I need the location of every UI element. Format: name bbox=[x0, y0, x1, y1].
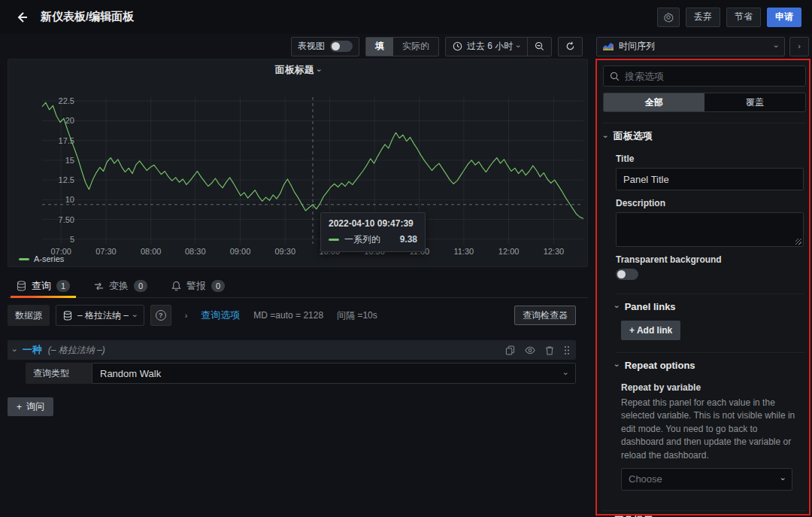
repeat-variable-select[interactable]: Choose › bbox=[621, 468, 792, 491]
tab-query-label: 查询 bbox=[32, 279, 51, 293]
chevron-right-icon: › bbox=[185, 312, 188, 320]
interval-stat: 间隔 =10s bbox=[337, 309, 377, 322]
repeat-options-header[interactable]: › Repeat options bbox=[616, 352, 804, 378]
query-type-label: 查询类型 bbox=[26, 363, 92, 384]
chevron-down-icon: › bbox=[780, 478, 788, 481]
table-view-toggle-group: 表视图 bbox=[291, 37, 359, 56]
tab-query[interactable]: 查询 1 bbox=[8, 275, 79, 297]
copy-icon bbox=[505, 345, 515, 355]
gear-icon bbox=[663, 12, 674, 23]
tab-overrides[interactable]: 覆盖 bbox=[704, 93, 805, 111]
drag-query-handle[interactable] bbox=[564, 345, 570, 355]
save-button[interactable]: 节省 bbox=[726, 8, 761, 27]
header-actions: 丢弃 节省 申请 bbox=[657, 8, 801, 27]
search-icon bbox=[610, 71, 620, 81]
pane-size-segmented: 填 实际的 bbox=[365, 37, 439, 56]
add-link-button[interactable]: + Add link bbox=[621, 321, 680, 340]
edit-toolbar: 表视图 填 实际的 过去 6 小时 › bbox=[0, 34, 812, 59]
chevron-down-icon: › bbox=[11, 348, 19, 351]
tab-alert[interactable]: 警报 0 bbox=[162, 275, 234, 297]
query-count-badge: 1 bbox=[56, 280, 70, 292]
apply-button[interactable]: 申请 bbox=[767, 8, 801, 27]
panel-links-header-label: Panel links bbox=[625, 301, 676, 312]
panel-settings-button[interactable] bbox=[657, 8, 680, 27]
eye-icon bbox=[525, 346, 535, 354]
query-inspector-button[interactable]: 查询检查器 bbox=[514, 306, 576, 325]
query-type-select[interactable]: Random Walk › bbox=[92, 363, 576, 384]
panel-links-header[interactable]: › Panel links bbox=[616, 293, 804, 319]
tab-all[interactable]: 全部 bbox=[604, 93, 704, 111]
section-panel-options: › 面板选项 Title Description Transparent bac… bbox=[603, 123, 806, 491]
transparent-background-label: Transparent background bbox=[616, 254, 804, 265]
repeat-options-header-label: Repeat options bbox=[625, 360, 695, 371]
section-tooltip[interactable]: › 工具提示 bbox=[603, 510, 806, 517]
x-tick-label: 11:30 bbox=[450, 247, 477, 256]
options-search-input[interactable] bbox=[625, 71, 799, 82]
tab-alert-label: 警报 bbox=[186, 279, 206, 293]
datasource-help-button[interactable]: ? bbox=[150, 305, 171, 326]
chart-tooltip: 2022-04-10 09:47:39 一系列的 9.38 bbox=[320, 212, 426, 252]
fill-segment[interactable]: 填 bbox=[366, 38, 393, 56]
tooltip-series-name: 一系列的 bbox=[344, 233, 380, 246]
tab-transform[interactable]: 变换 0 bbox=[85, 275, 156, 297]
discard-button[interactable]: 丢弃 bbox=[686, 8, 720, 27]
panel-title-input[interactable] bbox=[616, 168, 804, 190]
back-button[interactable] bbox=[11, 6, 33, 29]
x-tick-label: 12:30 bbox=[540, 247, 567, 256]
datasource-select[interactable]: – 格拉法纳 – › bbox=[56, 305, 144, 326]
refresh-button[interactable] bbox=[559, 38, 582, 56]
query-ref-datasource: (– 格拉法纳 –) bbox=[48, 344, 105, 357]
x-tick-label: 08:30 bbox=[182, 247, 209, 256]
clock-icon bbox=[453, 41, 462, 51]
panel-options-pane: 全部 覆盖 › 面板选项 Title Description Transpare… bbox=[596, 59, 812, 517]
chevron-down-icon: › bbox=[131, 314, 139, 317]
panel-title-menu[interactable]: 面板标题 › bbox=[8, 59, 587, 81]
choose-placeholder: Choose bbox=[629, 473, 662, 485]
x-tick-label: 12:00 bbox=[495, 247, 523, 256]
x-tick-label: 09:00 bbox=[227, 247, 254, 256]
chart-legend[interactable]: A-series bbox=[19, 254, 64, 263]
viz-picker-select[interactable]: 时间序列 › bbox=[596, 37, 785, 56]
zoom-out-button[interactable] bbox=[527, 38, 551, 56]
top-header: 新仪表板/编辑面板 丢弃 节省 申请 bbox=[0, 0, 812, 34]
database-icon bbox=[63, 311, 72, 321]
description-textarea[interactable] bbox=[616, 212, 804, 247]
timeseries-chart-icon bbox=[603, 42, 614, 50]
x-tick-label: 09:30 bbox=[271, 247, 298, 256]
chevron-down-icon: › bbox=[601, 135, 610, 138]
table-view-toggle[interactable] bbox=[330, 41, 353, 52]
transform-count-badge: 0 bbox=[134, 280, 147, 292]
hide-query-button[interactable] bbox=[525, 346, 535, 354]
transparent-background-toggle[interactable] bbox=[616, 269, 638, 280]
plus-icon: + bbox=[17, 402, 22, 412]
query-options-link[interactable]: 查询选项 bbox=[201, 309, 240, 322]
query-row-header[interactable]: › 一种 (– 格拉法纳 –) bbox=[8, 340, 576, 360]
remove-query-button[interactable] bbox=[545, 345, 554, 355]
chevron-down-icon: › bbox=[613, 306, 621, 309]
chevron-down-icon: › bbox=[315, 68, 323, 71]
chevron-right-icon: › bbox=[798, 42, 801, 50]
panel-options-header[interactable]: › 面板选项 bbox=[604, 123, 804, 149]
time-range-button[interactable]: 过去 6 小时 › bbox=[446, 38, 527, 56]
add-query-label: 询问 bbox=[26, 400, 44, 413]
x-tick-label: 08:00 bbox=[138, 247, 165, 256]
datasource-value: – 格拉法纳 – bbox=[77, 309, 129, 322]
question-circle-icon: ? bbox=[156, 310, 166, 321]
transform-icon bbox=[94, 281, 104, 291]
time-series-plot[interactable] bbox=[42, 97, 583, 244]
options-search[interactable] bbox=[603, 65, 806, 87]
query-options-group: › 查询选项 MD =auto = 2128 间隔 =10s bbox=[185, 309, 377, 322]
chevron-down-icon: › bbox=[613, 364, 621, 367]
repeat-by-variable-label: Repeat by variable bbox=[621, 382, 804, 393]
collapse-options-pane-button[interactable]: › bbox=[789, 37, 809, 56]
description-field-label: Description bbox=[616, 198, 804, 208]
add-query-button[interactable]: + 询问 bbox=[8, 397, 53, 416]
query-type-value: Random Walk bbox=[100, 368, 161, 379]
actual-segment[interactable]: 实际的 bbox=[393, 38, 438, 56]
duplicate-query-button[interactable] bbox=[505, 345, 515, 355]
trash-icon bbox=[545, 345, 554, 355]
chart-panel: 面板标题 › 22.52017.51512.5107.505 07:0007:3… bbox=[8, 59, 588, 267]
series-color-marker bbox=[19, 258, 29, 260]
back-arrow-icon bbox=[15, 11, 29, 24]
bell-icon bbox=[171, 281, 181, 291]
